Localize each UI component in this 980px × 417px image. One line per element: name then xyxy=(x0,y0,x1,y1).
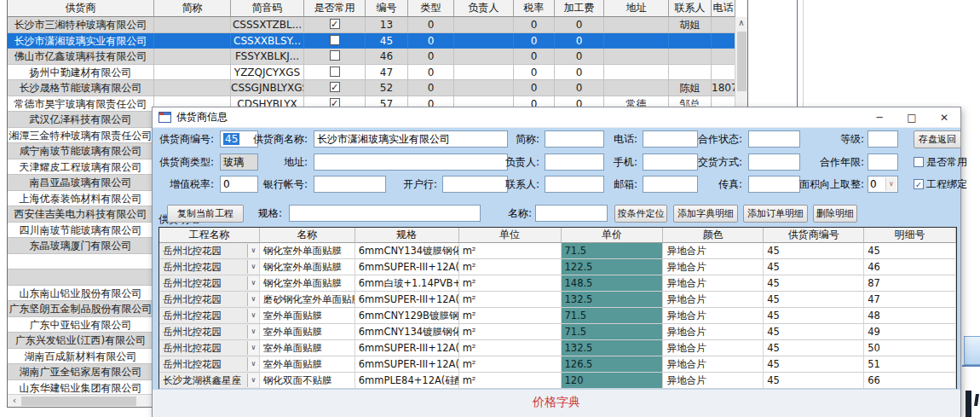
grid-cell[interactable]: m² xyxy=(459,292,562,308)
grid-cell[interactable]: 异地合片 xyxy=(663,324,764,340)
project-combo-cell[interactable]: 岳州北控花园∨ xyxy=(159,340,260,356)
grid-cell[interactable]: 132.5 xyxy=(562,292,664,308)
grid-cell[interactable]: m² xyxy=(459,324,562,340)
project-combo-cell[interactable]: 岳州北控花园∨ xyxy=(159,356,260,373)
combo-arrow-icon[interactable]: ∨ xyxy=(247,292,259,306)
grid-cell[interactable]: 6mm白玻+1.14PVB+6mm... xyxy=(355,275,459,292)
grid-cell[interactable]: 6mmCNY134镀膜钢化 xyxy=(355,243,459,259)
background-button-fragment[interactable] xyxy=(964,336,980,365)
grid-column-header[interactable]: 颜色 xyxy=(663,228,764,243)
scroll-up-icon[interactable]: ∧ xyxy=(735,17,747,31)
common-checkbox-cell[interactable] xyxy=(304,49,366,65)
save-return-button[interactable]: 存盘返回 xyxy=(914,130,961,148)
grid-cell[interactable]: 45 xyxy=(764,292,864,308)
grid-row[interactable]: 岳州北控花园∨室外单面贴膜6mmCNY129B镀膜钢化m²71.5异地合片454… xyxy=(159,308,956,324)
grid-cell[interactable]: 45 xyxy=(764,373,864,389)
grid-row[interactable]: 岳州北控花园∨室外单面贴膜6mmSUPER-III+12A(硅...m²132.… xyxy=(159,340,956,356)
common-checkbox-cell[interactable] xyxy=(304,65,366,81)
project-combo-cell[interactable]: 岳州北控花园∨ xyxy=(159,324,260,340)
grid-cell[interactable]: m² xyxy=(459,259,562,275)
bank-account-field[interactable] xyxy=(314,176,386,193)
grid-cell[interactable]: 异地合片 xyxy=(663,243,764,259)
minimize-button[interactable]: ─ xyxy=(863,107,896,128)
combo-arrow-icon[interactable]: ∨ xyxy=(247,276,259,290)
grid-cell[interactable]: 45 xyxy=(764,275,864,292)
grid-cell[interactable]: m² xyxy=(459,373,562,389)
grid-cell[interactable]: 室外单面贴膜 xyxy=(260,340,355,356)
table-row[interactable]: 长沙市潇湘玻璃实业有限公司CSSXXBLSY...45000 xyxy=(8,33,747,49)
grid-cell[interactable]: 48 xyxy=(864,308,956,324)
grid-cell[interactable]: 71.5 xyxy=(562,324,664,340)
column-header[interactable]: 类型 xyxy=(408,0,454,17)
common-checkbox-cell[interactable]: ✓ xyxy=(304,80,366,96)
grid-cell[interactable]: 异地合片 xyxy=(663,292,764,308)
grid-cell[interactable]: 45 xyxy=(864,243,956,259)
checkbox-unchecked-icon[interactable] xyxy=(330,67,340,77)
column-header[interactable]: 简音码 xyxy=(231,0,304,17)
grid-cell[interactable]: 66 xyxy=(864,373,956,389)
scroll-left-icon[interactable]: ‹ xyxy=(8,395,21,407)
grid-cell[interactable]: 50 xyxy=(864,340,956,356)
grid-cell[interactable]: 45 xyxy=(764,356,864,373)
grid-cell[interactable]: 126.5 xyxy=(562,356,664,373)
project-combo-cell[interactable]: 长沙龙湖祺鑫星座∨ xyxy=(159,373,260,389)
column-header[interactable]: 加工费 xyxy=(555,0,604,17)
grid-cell[interactable]: 异地合片 xyxy=(663,308,764,324)
vertical-scrollbar-thumb[interactable] xyxy=(737,32,747,91)
name-filter-field[interactable] xyxy=(535,205,608,222)
grid-column-header[interactable]: 单价 xyxy=(562,228,664,243)
grid-cell[interactable]: 钢化室外单面贴膜 xyxy=(260,243,355,259)
grid-cell[interactable]: 148.5 xyxy=(562,275,664,292)
grid-cell[interactable]: m² xyxy=(459,275,562,292)
grid-row[interactable]: 岳州北控花园∨室外单面贴膜6mmSUPER-III+12A(硅...m²126.… xyxy=(159,356,956,373)
copy-project-button[interactable]: 复制当前工程 xyxy=(167,205,244,223)
grid-cell[interactable]: 6mmSUPER-III+12A(硅... xyxy=(355,340,459,356)
checkbox-checked-icon[interactable]: ✓ xyxy=(330,82,340,92)
grid-cell[interactable]: 6mmSUPER-III+12A(硅... xyxy=(355,259,459,275)
address-field[interactable] xyxy=(314,153,508,171)
grid-row[interactable]: 岳州北控花园∨钢化室外单面贴膜6mmCNY134镀膜钢化m²71.5异地合片45… xyxy=(159,243,956,259)
horizontal-scrollbar-thumb[interactable] xyxy=(21,397,136,406)
is-common-checkbox[interactable]: 是否常用 xyxy=(914,156,967,170)
checkbox-unchecked-icon[interactable] xyxy=(330,50,340,61)
grid-column-header[interactable]: 单位 xyxy=(459,228,562,243)
grid-row[interactable]: 岳州北控花园∨室外单面贴膜6mmCNY134镀膜钢化m²71.5异地合片4549 xyxy=(159,324,956,340)
spec-filter-field[interactable] xyxy=(289,205,481,222)
grid-cell[interactable]: 45 xyxy=(764,340,864,356)
grid-cell[interactable]: 异地合片 xyxy=(663,340,764,356)
project-combo-cell[interactable]: 岳州北控花园∨ xyxy=(159,243,260,259)
maximize-button[interactable]: □ xyxy=(896,107,928,128)
grid-cell[interactable]: 71.5 xyxy=(562,243,664,259)
grid-cell[interactable]: 45 xyxy=(764,259,864,275)
add-dict-detail-button[interactable]: 添加字典明细 xyxy=(673,205,738,223)
grid-cell[interactable]: 钢化室外单面贴膜 xyxy=(260,259,355,275)
grid-cell[interactable]: 异地合片 xyxy=(663,356,764,373)
combo-arrow-icon[interactable]: ∨ xyxy=(247,309,259,322)
column-header[interactable]: 联系人 xyxy=(669,0,712,17)
combo-arrow-icon[interactable]: ∨ xyxy=(247,341,259,355)
project-combo-cell[interactable]: 岳州北控花园∨ xyxy=(159,275,260,292)
grid-cell[interactable]: 122.5 xyxy=(562,259,664,275)
column-header[interactable]: 税率 xyxy=(514,0,555,17)
checkbox-checked-icon[interactable]: ✓ xyxy=(330,19,340,29)
combo-arrow-icon[interactable]: ∨ xyxy=(247,374,259,387)
grid-cell[interactable]: 异地合片 xyxy=(663,259,764,275)
project-combo-cell[interactable]: 岳州北控花园∨ xyxy=(159,292,260,308)
grid-cell[interactable]: m² xyxy=(459,308,562,324)
grid-cell[interactable]: 钢化双面不贴膜 xyxy=(260,373,355,389)
grid-row[interactable]: 长沙龙湖祺鑫星座∨钢化双面不贴膜6mmPLE84+12A(硅酮胶...m²120… xyxy=(159,373,956,389)
project-bind-checkbox[interactable]: ✓工程绑定 xyxy=(914,178,967,192)
combo-arrow-icon[interactable]: ∨ xyxy=(247,357,259,371)
column-header[interactable]: 供货商 xyxy=(8,0,154,17)
grid-cell[interactable]: 51 xyxy=(864,356,956,373)
grid-cell[interactable]: 47 xyxy=(864,292,956,308)
grid-cell[interactable]: 132.5 xyxy=(562,340,664,356)
grid-cell[interactable]: 46 xyxy=(864,259,956,275)
grid-cell[interactable]: 6mmPLE84+12A(硅酮胶... xyxy=(355,373,459,389)
grid-cell[interactable]: 45 xyxy=(764,243,864,259)
grid-cell[interactable]: 6mmSUPER-III+12A(硅... xyxy=(355,292,459,308)
column-header[interactable]: 负责人 xyxy=(454,0,514,17)
project-combo-cell[interactable]: 岳州北控花园∨ xyxy=(159,259,260,275)
grid-cell[interactable]: 6mmSUPER-III+12A(硅... xyxy=(355,356,459,373)
combo-arrow-icon[interactable]: ∨ xyxy=(247,325,259,339)
